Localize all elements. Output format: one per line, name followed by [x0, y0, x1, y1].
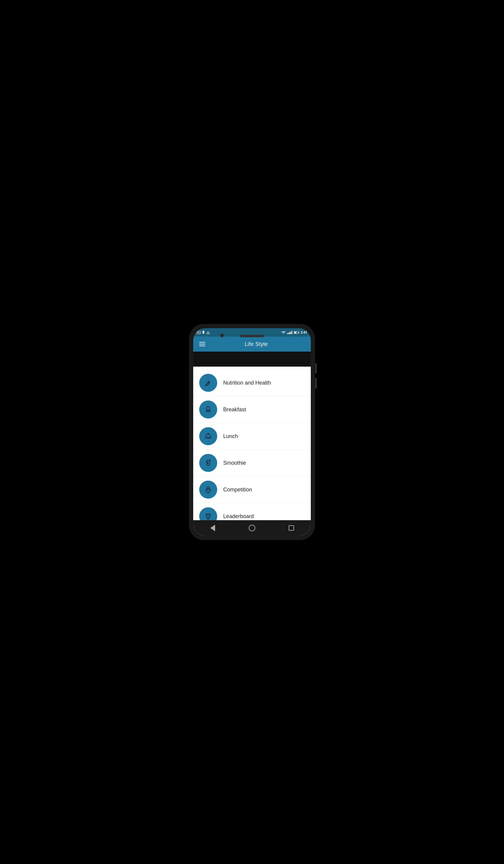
leaf-icon	[203, 378, 213, 387]
trophy-icon	[203, 512, 213, 520]
svg-point-14	[207, 463, 208, 464]
signal-icon	[287, 331, 292, 334]
image-status-icon	[197, 331, 201, 334]
competition-icon-circle	[199, 481, 217, 499]
recent-nav-button[interactable]	[287, 524, 296, 532]
back-nav-button[interactable]	[208, 524, 217, 532]
menu-list: Nutrition and Health	[193, 367, 311, 520]
svg-rect-5	[208, 332, 208, 333]
top-app-bar: Life Style	[193, 337, 311, 352]
egg-icon	[203, 405, 213, 414]
menu-item-nutrition[interactable]: Nutrition and Health	[193, 370, 311, 396]
svg-rect-4	[203, 333, 204, 334]
status-icons-left	[197, 331, 210, 334]
leaderboard-label: Leaderboard	[223, 513, 254, 520]
hamburger-menu-button[interactable]	[198, 341, 206, 347]
phone-screen-area: 3:47 Life Style	[193, 328, 311, 536]
menu-item-competition[interactable]: Competition	[193, 477, 311, 503]
smoothie-label: Smoothie	[223, 460, 246, 466]
svg-rect-6	[208, 333, 208, 334]
wifi-status-icon	[281, 331, 286, 334]
lunch-label: Lunch	[223, 433, 238, 440]
breakfast-icon-circle	[199, 400, 217, 419]
navigation-bar	[193, 520, 311, 536]
menu-item-lunch[interactable]: Lunch	[193, 423, 311, 450]
medal-icon	[203, 485, 213, 494]
hamburger-line-3	[199, 346, 205, 346]
app-title: Life Style	[206, 341, 306, 347]
speaker	[240, 335, 264, 337]
svg-point-15	[206, 488, 211, 493]
home-nav-button[interactable]	[248, 524, 256, 532]
svg-point-13	[208, 463, 209, 464]
cloche-icon	[203, 431, 213, 441]
leaderboard-icon-circle	[199, 507, 217, 520]
back-nav-icon	[210, 525, 215, 531]
smoothie-icon-circle	[199, 454, 217, 472]
notification-status-icon	[202, 331, 205, 334]
main-screen: Nutrition and Health	[193, 367, 311, 536]
recent-nav-icon	[289, 525, 294, 531]
hamburger-line-1	[199, 342, 205, 343]
home-nav-icon	[249, 525, 255, 531]
svg-point-10	[208, 433, 209, 434]
volume-down-button[interactable]	[315, 378, 317, 388]
camera	[220, 334, 224, 337]
svg-point-1	[198, 332, 198, 332]
phone-device: 3:47 Life Style	[189, 324, 315, 540]
menu-item-smoothie[interactable]: Smoothie	[193, 450, 311, 477]
menu-item-leaderboard[interactable]: Leaderboard	[193, 503, 311, 520]
drink-icon	[203, 458, 213, 468]
hamburger-line-2	[199, 344, 205, 344]
competition-label: Competition	[223, 487, 252, 493]
nutrition-label: Nutrition and Health	[223, 380, 271, 386]
volume-up-button[interactable]	[315, 363, 317, 373]
svg-rect-3	[203, 331, 204, 331]
battery-status-icon	[294, 331, 299, 334]
svg-point-12	[207, 462, 208, 463]
menu-item-breakfast[interactable]: Breakfast	[193, 396, 311, 423]
breakfast-label: Breakfast	[223, 407, 246, 413]
warning-status-icon	[206, 331, 210, 334]
status-time: 3:47	[301, 331, 307, 334]
svg-rect-2	[203, 331, 204, 333]
nutrition-icon-circle	[199, 374, 217, 392]
lunch-icon-circle	[199, 427, 217, 445]
status-icons-right: 3:47	[281, 331, 307, 334]
